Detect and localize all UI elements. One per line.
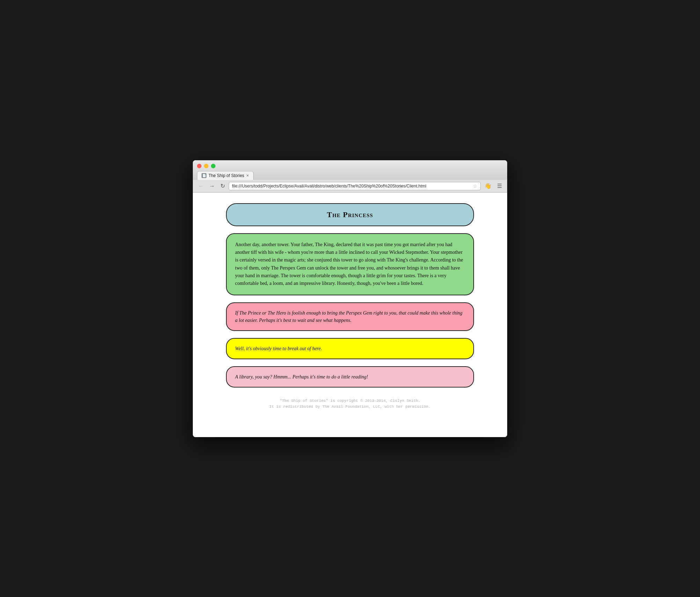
page-content: The Princess Another day, another tower.… bbox=[193, 193, 507, 437]
story-body-text: Another day, another tower. Your father,… bbox=[235, 241, 465, 288]
footer-line1: "The Ship of Stories" is copyright © 201… bbox=[269, 398, 431, 404]
title-bar: 📄 The Ship of Stories × ​ bbox=[193, 160, 507, 180]
choice-3-text: A library, you say? Hmmm... Perhaps it's… bbox=[235, 373, 465, 381]
tab-close-icon[interactable]: × bbox=[246, 173, 249, 178]
address-text: file:///Users/todd/Projects/Eclipse/Avai… bbox=[232, 184, 471, 189]
story-title-box: The Princess bbox=[226, 203, 474, 226]
minimize-button[interactable] bbox=[204, 164, 209, 168]
choice-1-text: If The Prince or The Hero is foolish eno… bbox=[235, 309, 465, 324]
back-button[interactable]: ← bbox=[196, 182, 205, 190]
address-bar[interactable]: file:///Users/todd/Projects/Eclipse/Avai… bbox=[229, 182, 481, 190]
new-tab-button[interactable]: ​ bbox=[255, 171, 263, 179]
tab-favicon: 📄 bbox=[202, 173, 206, 178]
menu-icon[interactable]: ☰ bbox=[495, 182, 504, 190]
page-footer: "The Ship of Stories" is copyright © 201… bbox=[269, 395, 431, 417]
active-tab[interactable]: 📄 The Ship of Stories × bbox=[197, 171, 254, 180]
choice-2-text: Well, it's obviously time to break out o… bbox=[235, 345, 465, 352]
choice-1-box[interactable]: If The Prince or The Hero is foolish eno… bbox=[226, 302, 474, 331]
forward-button[interactable]: → bbox=[207, 182, 217, 190]
reload-button[interactable]: ↻ bbox=[219, 182, 227, 190]
footer-line2: It is redistributed by The Avail Foundat… bbox=[269, 404, 431, 410]
choice-3-box[interactable]: A library, you say? Hmmm... Perhaps it's… bbox=[226, 366, 474, 388]
extension-icon[interactable]: 👋 bbox=[483, 182, 493, 190]
tab-label: The Ship of Stories bbox=[209, 173, 244, 178]
browser-window: 📄 The Ship of Stories × ​ ← → ↻ file:///… bbox=[193, 160, 507, 437]
maximize-button[interactable] bbox=[211, 164, 216, 168]
story-title: The Princess bbox=[327, 210, 373, 219]
story-body-box: Another day, another tower. Your father,… bbox=[226, 233, 474, 295]
choice-2-box[interactable]: Well, it's obviously time to break out o… bbox=[226, 338, 474, 359]
close-button[interactable] bbox=[197, 164, 202, 168]
nav-bar: ← → ↻ file:///Users/todd/Projects/Eclips… bbox=[193, 180, 507, 193]
bookmark-icon[interactable]: ☆ bbox=[473, 183, 477, 189]
tabs-row: 📄 The Ship of Stories × ​ bbox=[197, 171, 503, 180]
window-controls bbox=[197, 164, 503, 168]
